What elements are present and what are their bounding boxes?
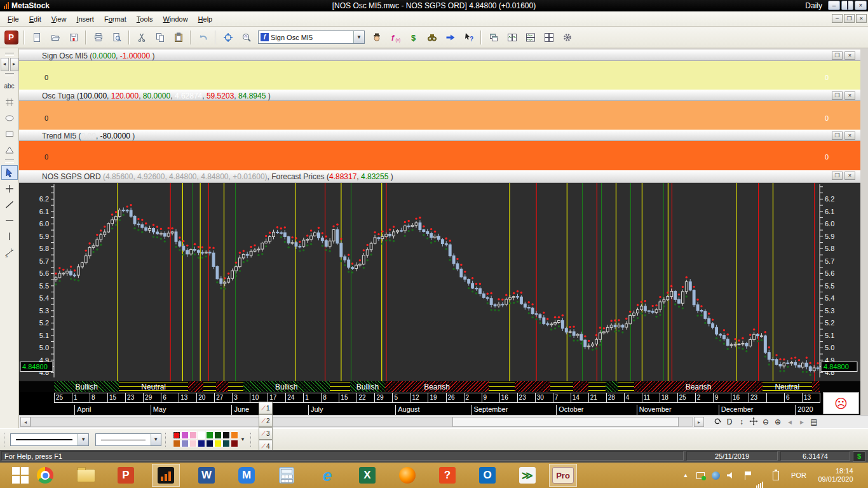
usb-icon[interactable] bbox=[694, 463, 707, 488]
chevron-down-icon[interactable]: ▼ bbox=[353, 31, 364, 43]
taskbar-excel[interactable]: X bbox=[353, 464, 381, 487]
chevron-down-icon[interactable]: ▼ bbox=[151, 434, 161, 445]
main-price-chart[interactable]: 4.84.84.94.95.05.05.15.15.25.25.35.35.45… bbox=[19, 183, 860, 381]
list-button[interactable]: ▤ bbox=[808, 417, 820, 428]
taskbar-explorer[interactable] bbox=[72, 464, 100, 487]
tool-text-abc[interactable]: abc bbox=[1, 79, 18, 93]
layout-button-2[interactable]: ⟋2 bbox=[259, 414, 273, 427]
line-weight-dropdown[interactable]: ▼ bbox=[95, 433, 161, 446]
flag-icon[interactable] bbox=[738, 463, 751, 488]
color-swatch[interactable] bbox=[173, 440, 180, 447]
tileh-button[interactable] bbox=[522, 29, 539, 46]
panel-close-button[interactable]: × bbox=[844, 172, 855, 180]
panel-maximize-button[interactable]: ❐ bbox=[832, 51, 843, 60]
prev-button[interactable]: ◂ bbox=[784, 417, 796, 428]
panel-close-button[interactable]: × bbox=[844, 132, 855, 140]
taskbar-ie[interactable]: e bbox=[313, 464, 341, 487]
taskbar-pro[interactable]: Pro bbox=[549, 464, 577, 487]
zoom-out-button[interactable]: ⊖ bbox=[760, 417, 771, 428]
tool-rectangle[interactable] bbox=[1, 126, 18, 141]
tool-regression[interactable]: SL bbox=[1, 245, 18, 259]
scrollbar-thumb[interactable] bbox=[452, 417, 679, 427]
tool-vertical-line[interactable] bbox=[1, 229, 18, 243]
whatsthis-button[interactable]: ? bbox=[460, 29, 477, 46]
line-style-dropdown[interactable]: ▼ bbox=[10, 433, 89, 446]
pan-button[interactable] bbox=[748, 417, 759, 428]
close-button[interactable]: × bbox=[855, 1, 867, 10]
palette-dropdown[interactable]: ▼ bbox=[239, 431, 247, 448]
menu-insert[interactable]: Insert bbox=[71, 13, 99, 25]
target-button[interactable] bbox=[219, 29, 236, 46]
menu-window[interactable]: Window bbox=[158, 13, 193, 25]
next-button[interactable]: ▸ bbox=[796, 417, 808, 428]
child-minimize-button[interactable]: – bbox=[832, 14, 843, 23]
network-globe-icon[interactable] bbox=[709, 463, 722, 488]
panel-close-button[interactable]: × bbox=[844, 92, 855, 100]
print-button[interactable] bbox=[90, 29, 107, 46]
scroll-left-arrow[interactable]: ◂ bbox=[20, 417, 31, 427]
preview-button[interactable] bbox=[108, 29, 125, 46]
taskbar-outlook[interactable]: O bbox=[473, 464, 501, 487]
gear-button[interactable] bbox=[559, 29, 576, 46]
menu-format[interactable]: Format bbox=[99, 13, 132, 25]
layout-button-1[interactable]: ⟋1 bbox=[259, 402, 273, 414]
tilev-button[interactable] bbox=[503, 29, 520, 46]
tray-expand-icon[interactable]: ▲ bbox=[681, 463, 690, 488]
copy-button[interactable] bbox=[151, 29, 168, 46]
battery-icon[interactable] bbox=[769, 463, 783, 488]
menu-file[interactable]: File bbox=[3, 13, 24, 25]
indicator-selector-dropdown[interactable]: fSign Osc MI5▼ bbox=[258, 30, 365, 44]
taskbar-metastock[interactable] bbox=[152, 464, 180, 487]
color-swatch[interactable] bbox=[206, 431, 214, 439]
color-swatch[interactable] bbox=[198, 431, 205, 439]
save-button[interactable] bbox=[65, 29, 82, 46]
toolbar-grip[interactable] bbox=[4, 433, 6, 447]
color-swatch[interactable] bbox=[222, 440, 230, 447]
child-close-button[interactable]: × bbox=[856, 14, 867, 23]
panel-close-button[interactable]: × bbox=[844, 51, 855, 60]
taskbar-help[interactable]: ? bbox=[433, 464, 461, 487]
menu-tools[interactable]: Tools bbox=[132, 13, 158, 25]
taskbar-word[interactable]: W bbox=[193, 464, 220, 487]
color-swatch[interactable] bbox=[231, 431, 238, 439]
binoc-button[interactable] bbox=[423, 29, 440, 46]
refresh-button[interactable] bbox=[712, 417, 723, 428]
clock[interactable]: 18:14 09/01/2020 bbox=[812, 463, 859, 488]
taskbar-calculator[interactable] bbox=[273, 464, 301, 487]
fx-button[interactable]: f(x) bbox=[386, 29, 403, 46]
vert-zoom-button[interactable]: ↕ bbox=[736, 417, 747, 428]
tool-ellipse[interactable] bbox=[1, 111, 18, 125]
indicator-plot-3[interactable]: 00 bbox=[19, 141, 860, 170]
new-button[interactable] bbox=[28, 29, 45, 46]
taskbar-start[interactable] bbox=[6, 464, 34, 487]
color-swatch[interactable] bbox=[206, 440, 214, 447]
color-swatch[interactable] bbox=[181, 440, 189, 447]
taskbar-firefox[interactable] bbox=[393, 464, 421, 487]
taskbar-greenshot[interactable]: ≫ bbox=[513, 464, 541, 487]
chevron-down-icon[interactable]: ▼ bbox=[78, 434, 88, 445]
tool-horizontal-line[interactable] bbox=[1, 213, 18, 227]
color-swatch[interactable] bbox=[214, 440, 222, 447]
scroll-right-arrow[interactable]: ▸ bbox=[694, 417, 704, 427]
menu-edit[interactable]: Edit bbox=[24, 13, 46, 25]
tool-trendline[interactable] bbox=[1, 197, 18, 212]
color-swatch[interactable] bbox=[189, 431, 197, 439]
menu-view[interactable]: View bbox=[46, 13, 72, 25]
toolbar-grip[interactable] bbox=[165, 433, 168, 447]
color-swatch[interactable] bbox=[214, 431, 222, 439]
scroll-chart-right-button[interactable]: ▸ bbox=[10, 58, 18, 71]
toolbar-grip[interactable] bbox=[250, 433, 253, 447]
color-swatch[interactable] bbox=[231, 440, 238, 447]
undo-button[interactable] bbox=[194, 29, 212, 46]
menu-help[interactable]: Help bbox=[193, 13, 218, 25]
zoomdots-button[interactable] bbox=[238, 29, 255, 46]
color-swatch[interactable] bbox=[173, 431, 180, 439]
color-swatch[interactable] bbox=[222, 431, 230, 439]
indicator-plot-1[interactable]: 00 bbox=[19, 61, 860, 90]
cut-button[interactable] bbox=[133, 29, 150, 46]
scroll-chart-left-button[interactable]: ◂ bbox=[1, 58, 9, 71]
tool-triangle[interactable] bbox=[1, 142, 18, 157]
panel-maximize-button[interactable]: ❐ bbox=[832, 172, 843, 180]
unhappy-face-indicator[interactable]: ☹ bbox=[823, 392, 859, 414]
child-restore-button[interactable]: ❐ bbox=[844, 14, 855, 23]
